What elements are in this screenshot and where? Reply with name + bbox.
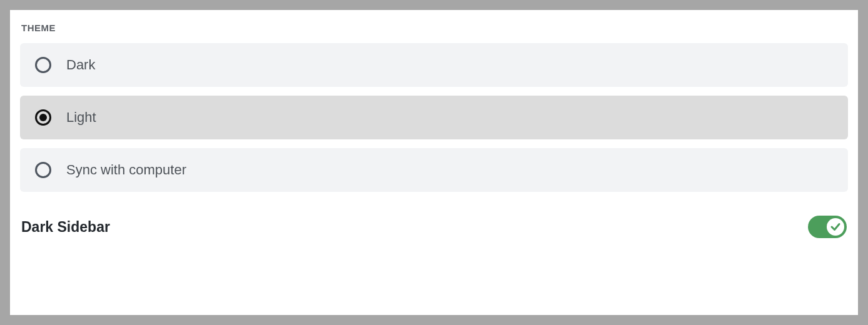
dark-sidebar-label: Dark Sidebar xyxy=(21,219,110,236)
theme-option-label: Light xyxy=(66,109,96,126)
radio-icon xyxy=(35,162,51,178)
dark-sidebar-toggle[interactable] xyxy=(808,216,847,238)
theme-option-sync[interactable]: Sync with computer xyxy=(20,148,848,192)
dark-sidebar-row: Dark Sidebar xyxy=(20,201,848,241)
theme-option-light[interactable]: Light xyxy=(20,96,848,139)
radio-icon xyxy=(35,109,51,126)
theme-option-label: Dark xyxy=(66,57,95,73)
check-icon xyxy=(830,221,841,232)
theme-option-dark[interactable]: Dark xyxy=(20,43,848,87)
settings-panel: THEME Dark Light Sync with computer Dark… xyxy=(10,10,858,315)
toggle-knob xyxy=(827,218,844,236)
section-header-theme: THEME xyxy=(21,22,848,33)
theme-option-label: Sync with computer xyxy=(66,162,186,178)
radio-icon xyxy=(35,57,51,73)
